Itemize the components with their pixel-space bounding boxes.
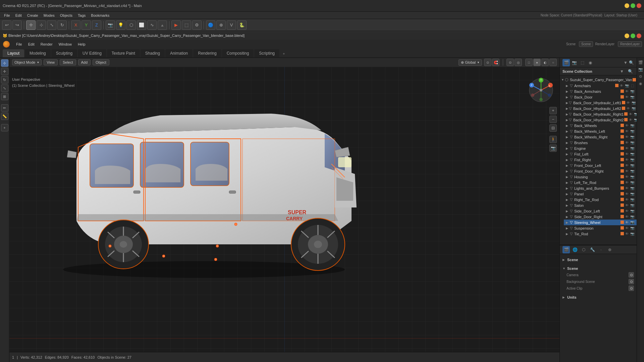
prop-particles-btn[interactable]: · <box>597 246 605 253</box>
sc-item-salon[interactable]: ▶ ▽ Salon 👁📷 <box>564 202 637 208</box>
wireframe-btn[interactable]: □ <box>525 59 533 66</box>
sc-item-back-wheels-left[interactable]: ▶ ▽ Back_Wheels_Left 👁📷 <box>564 128 637 134</box>
plugin-btn2[interactable]: 🐍 <box>237 20 247 30</box>
sc-item-back-door-hyd-r1[interactable]: ▶ ▽ Back_Door_Hhydraulic_Right1 👁📷 <box>564 111 637 117</box>
menu-tags[interactable]: Tags <box>75 13 88 18</box>
deform-btn[interactable]: ⟁ <box>158 20 167 30</box>
sc-item-lights-bumpers[interactable]: ▶ ▽ Lights_and_Bumpers 👁📷 <box>564 185 637 191</box>
search-icon[interactable]: 🔍 <box>629 60 634 65</box>
filter-icon[interactable]: ▼ <box>624 60 628 65</box>
sc-filter-btn[interactable]: ▼ <box>618 68 626 75</box>
tab-compositing[interactable]: Compositing <box>222 49 254 57</box>
prop-scene-icon-btn[interactable]: 🎬 <box>562 246 570 253</box>
sc-item-back-wheels[interactable]: ▶ ▽ Back_Wheels 👁📷 <box>564 123 637 128</box>
prop-physics-btn[interactable]: ⊕ <box>606 246 613 253</box>
global-dropdown[interactable]: ⊕ Global ▼ <box>459 59 482 66</box>
sc-item-back-armchairs[interactable]: ▶ ▽ Back_Armchairs 👁📷 <box>564 88 637 94</box>
maximize-button[interactable] <box>631 3 635 8</box>
sc-item-back-door-hyd-l1[interactable]: ▶ ▽ Back_Door_Hhydraulic_Left1 👁📷 <box>564 100 637 106</box>
prop-render-btn[interactable]: 📷 <box>571 59 578 66</box>
tool-rotate[interactable]: ↻ <box>1 76 8 83</box>
render-preview-btn[interactable]: ○ <box>549 59 557 66</box>
close-button[interactable] <box>637 3 641 8</box>
viewport-view-btn[interactable]: View <box>44 59 58 65</box>
sc-item-back-door-hyd-r2[interactable]: ▶ ▽ Back_Door_Hhydraulic_Right2 👁📷 <box>564 117 637 123</box>
minimize-button[interactable] <box>625 3 629 8</box>
blender-menu-file[interactable]: File <box>13 41 25 47</box>
tab-shading[interactable]: Shading <box>141 49 165 57</box>
tool-cursor[interactable]: ⊹ <box>1 59 8 67</box>
scene-section-header[interactable]: ▶ Scene <box>562 257 634 263</box>
sc-item-front-door-right[interactable]: ▶ ▽ Front_Door_Right 👁📷 <box>564 168 637 174</box>
prop-world-btn[interactable]: 🌐 <box>571 246 579 253</box>
scale-tool[interactable]: ⤡ <box>47 20 56 30</box>
x-axis-btn[interactable]: X <box>71 20 80 30</box>
xray-btn[interactable]: ◎ <box>515 59 522 66</box>
sc-item-fist-left[interactable]: ▶ ▽ Fist_Left 👁📷 <box>564 151 637 157</box>
sc-item-back-door-hyd-l2[interactable]: ▶ ▽ Back_Door_Hhydraulic_Left2 👁📷 <box>564 106 637 111</box>
select-tool[interactable]: ✛ <box>26 20 36 30</box>
ri-render-btn[interactable]: 📷 <box>638 66 644 72</box>
ri-properties-btn[interactable]: ⚙ <box>638 73 644 79</box>
prop-output-btn[interactable]: ⬚ <box>579 59 586 66</box>
blender-close-btn[interactable] <box>637 34 641 38</box>
navigation-gizmo[interactable]: X Y Z <box>528 77 554 104</box>
zoom-fit-btn[interactable]: ⊟ <box>549 124 557 132</box>
menu-file[interactable]: File <box>1 13 13 18</box>
zoom-in-btn[interactable]: + <box>549 107 557 114</box>
tool-add[interactable]: + <box>1 124 8 131</box>
tab-animation[interactable]: Animation <box>165 49 193 57</box>
viewport-select-btn[interactable]: Select <box>60 59 76 65</box>
z-axis-btn[interactable]: Z <box>92 20 101 30</box>
blender-scene-btn[interactable]: Scene <box>579 41 593 47</box>
snap-btn[interactable]: 🔵 <box>206 20 215 30</box>
viewport-add-btn[interactable]: Add <box>78 59 91 65</box>
sc-item-steering-wheel[interactable]: ▶ ▽ Steering_Wheel 👁📷 <box>564 220 637 225</box>
active-clip-picker[interactable]: ⊙ <box>629 286 634 291</box>
prop-view-btn[interactable]: ◉ <box>587 59 594 66</box>
menu-modes[interactable]: Modes <box>41 13 57 18</box>
camera-picker[interactable]: ⊙ <box>629 272 634 278</box>
tool-move[interactable]: ✛ <box>1 68 8 75</box>
sc-root-item[interactable]: ▼ ⬡ Suzuki_Super_Carry_Passenger_Van 👁 📷… <box>560 77 637 83</box>
viewport-object-btn[interactable]: Object <box>93 59 109 65</box>
scene-sub-header[interactable]: ▼ Scene <box>562 265 634 272</box>
sc-item-back-door[interactable]: ▶ ▽ Back_Door 👁📷 <box>564 94 637 100</box>
sc-item-panel[interactable]: ▶ ▽ Panel 👁📷 <box>564 191 637 197</box>
tab-sculpting[interactable]: Sculpting <box>51 49 77 57</box>
snap-btn2[interactable]: 🧲 <box>492 59 499 66</box>
tab-add-button[interactable]: + <box>280 50 287 57</box>
sc-item-right-tie-rod[interactable]: ▶ ▽ Right_Tie_Rod 👁📷 <box>564 197 637 202</box>
render-region-btn[interactable]: ⬚ <box>182 20 191 30</box>
render-settings-btn[interactable]: ⚙ <box>192 20 202 30</box>
light-btn[interactable]: 💡 <box>116 20 125 30</box>
cube-btn[interactable]: ⬜ <box>137 20 146 30</box>
tool-scale[interactable]: ⤡ <box>1 84 8 92</box>
tab-texture-paint[interactable]: Texture Paint <box>107 49 140 57</box>
tab-layout[interactable]: Layout <box>3 49 24 57</box>
ri-scene-btn[interactable]: 🎬 <box>638 59 644 65</box>
menu-edit[interactable]: Edit <box>13 13 24 18</box>
zoom-out-btn[interactable]: − <box>549 116 557 123</box>
y-axis-btn[interactable]: Y <box>82 20 91 30</box>
sc-item-suspension[interactable]: ▶ ▽ Suspension 👁📷 <box>564 225 637 231</box>
overlay-btn[interactable]: ⊙ <box>506 59 514 66</box>
blender-menu-render[interactable]: Render <box>38 41 55 47</box>
tool-transform[interactable]: ⊞ <box>1 93 8 100</box>
prop-mod-btn[interactable]: 🔧 <box>589 246 596 253</box>
material-preview-btn[interactable]: ◐ <box>541 59 549 66</box>
sc-item-back-wheels-right[interactable]: ▶ ▽ Back_Wheels_Right 👁📷 <box>564 134 637 140</box>
tab-modeling[interactable]: Modeling <box>25 49 51 57</box>
blender-menu-window[interactable]: Window <box>56 41 74 47</box>
proportional-edit-btn[interactable]: ⊙ <box>484 59 491 66</box>
blender-max-btn[interactable] <box>631 34 635 38</box>
tool-measure[interactable]: 📏 <box>1 113 8 120</box>
prop-scene-btn[interactable]: 🎬 <box>562 59 570 66</box>
ri-view-btn[interactable]: ◉ <box>638 80 644 86</box>
sc-item-tie-rod[interactable]: ▶ ▽ Tie_Rod 👁📷 <box>564 231 637 237</box>
undo-button[interactable]: ↩ <box>2 20 11 30</box>
camera-view-btn[interactable]: 📷 <box>549 144 557 152</box>
tab-uv-editing[interactable]: UV Editing <box>78 49 106 57</box>
tab-rendering[interactable]: Rendering <box>193 49 221 57</box>
sc-item-housing[interactable]: ▶ ▽ Housing 👁📷 <box>564 174 637 180</box>
